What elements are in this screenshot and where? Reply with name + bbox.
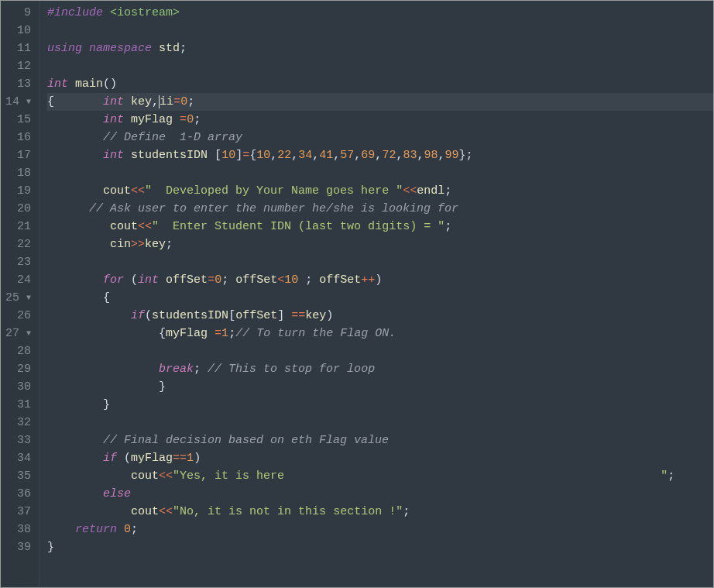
code-line[interactable]: // Final decision based on eth Flag valu… <box>47 432 713 449</box>
code-area[interactable]: #include <iostream> using namespace std;… <box>39 1 713 587</box>
code-line[interactable]: using namespace std; <box>47 40 713 57</box>
code-line[interactable]: {myFlag =1;// To turn the Flag ON. <box>47 325 713 342</box>
line-number: 24 <box>5 271 31 289</box>
code-line[interactable]: else <box>47 485 713 503</box>
code-line[interactable] <box>47 22 713 40</box>
fold-icon[interactable]: ▼ <box>26 329 31 338</box>
line-number: 20 <box>5 200 31 218</box>
code-line[interactable] <box>47 164 713 182</box>
line-number: 13 <box>5 75 31 93</box>
line-number: 37 <box>5 503 31 521</box>
line-number: 28 <box>5 342 31 360</box>
code-line[interactable] <box>47 342 713 360</box>
code-line[interactable]: cout<<"Yes, it is here "; <box>47 467 713 485</box>
code-line[interactable]: cout<<"No, it is not in this section !"; <box>47 503 713 521</box>
code-line[interactable]: cout<<" Developed by Your Name goes here… <box>47 182 713 200</box>
line-number-gutter: 91011121314 ▼1516171819202122232425 ▼262… <box>1 1 39 587</box>
line-number: 17 <box>5 146 31 164</box>
line-number: 32 <box>5 414 31 432</box>
line-number: 31 <box>5 396 31 414</box>
line-number: 19 <box>5 182 31 200</box>
code-line[interactable]: int main() <box>47 75 713 93</box>
line-number: 29 <box>5 360 31 378</box>
code-line[interactable]: int myFlag =0; <box>47 111 713 129</box>
code-line[interactable]: return 0; <box>47 521 713 538</box>
code-line[interactable]: int studentsIDN [10]={10,22,34,41,57,69,… <box>47 146 713 164</box>
code-line[interactable]: { <box>47 289 713 307</box>
line-number: 34 <box>5 449 31 467</box>
code-line[interactable] <box>47 57 713 75</box>
line-number: 11 <box>5 40 31 57</box>
line-number: 25 ▼ <box>5 289 31 307</box>
line-number: 23 <box>5 253 31 271</box>
line-number: 22 <box>5 236 31 253</box>
line-number: 30 <box>5 378 31 396</box>
line-number: 27 ▼ <box>5 325 31 342</box>
line-number: 38 <box>5 521 31 538</box>
line-number: 14 ▼ <box>5 93 31 111</box>
line-number: 16 <box>5 129 31 146</box>
code-line[interactable]: { int key,ii=0; <box>47 93 713 111</box>
code-line[interactable]: cout<<" Enter Student IDN (last two digi… <box>47 218 713 236</box>
code-line[interactable]: } <box>47 538 713 556</box>
line-number: 15 <box>5 111 31 129</box>
line-number: 33 <box>5 432 31 449</box>
code-line[interactable]: // Ask user to enter the number he/she i… <box>47 200 713 218</box>
code-line[interactable]: break; // This to stop for loop <box>47 360 713 378</box>
line-number: 39 <box>5 538 31 556</box>
code-line[interactable]: // Define 1-D array <box>47 129 713 146</box>
code-line[interactable] <box>47 253 713 271</box>
code-line[interactable] <box>47 414 713 432</box>
code-line[interactable]: cin>>key; <box>47 236 713 253</box>
code-editor[interactable]: 91011121314 ▼1516171819202122232425 ▼262… <box>0 0 714 588</box>
code-line[interactable]: } <box>47 396 713 414</box>
line-number: 26 <box>5 307 31 325</box>
line-number: 36 <box>5 485 31 503</box>
code-line[interactable]: if (myFlag==1) <box>47 449 713 467</box>
line-number: 9 <box>5 4 31 22</box>
fold-icon[interactable]: ▼ <box>26 294 31 302</box>
line-number: 12 <box>5 57 31 75</box>
line-number: 21 <box>5 218 31 236</box>
fold-icon[interactable]: ▼ <box>26 98 31 106</box>
code-line[interactable]: #include <iostream> <box>47 4 713 22</box>
line-number: 35 <box>5 467 31 485</box>
code-line[interactable]: if(studentsIDN[offSet] ==key) <box>47 307 713 325</box>
line-number: 18 <box>5 164 31 182</box>
code-line[interactable]: for (int offSet=0; offSet<10 ; offSet++) <box>47 271 713 289</box>
code-line[interactable]: } <box>47 378 713 396</box>
line-number: 10 <box>5 22 31 40</box>
